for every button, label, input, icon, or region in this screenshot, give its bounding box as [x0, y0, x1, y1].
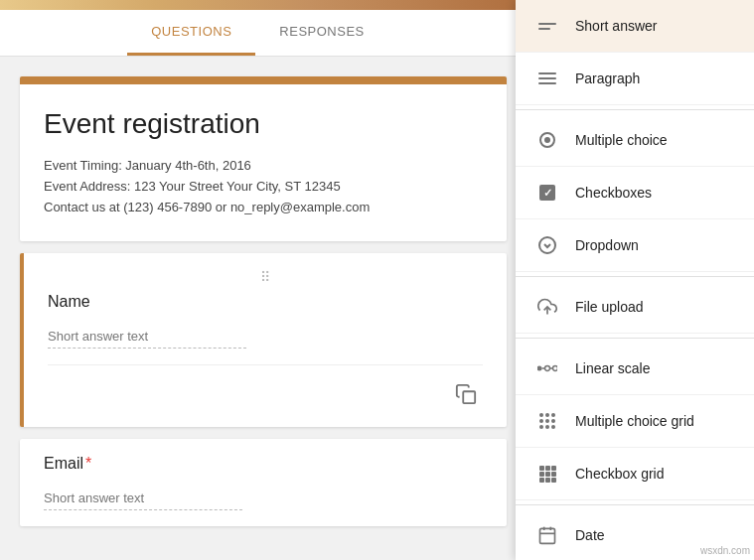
- multiple-choice-label: Multiple choice: [575, 132, 668, 148]
- top-bar: [0, 0, 516, 10]
- svg-point-11: [539, 419, 543, 423]
- svg-rect-18: [545, 466, 550, 471]
- svg-point-8: [539, 413, 543, 417]
- svg-point-4: [545, 366, 550, 371]
- name-question-title: Name: [48, 293, 483, 311]
- svg-rect-22: [551, 472, 556, 477]
- linear-scale-icon: [535, 356, 559, 380]
- dropdown-item-cb-grid[interactable]: Checkbox grid: [516, 448, 754, 500]
- watermark: wsxdn.com: [700, 545, 750, 556]
- dropdown-item-mc-grid[interactable]: Multiple choice grid: [516, 395, 754, 448]
- svg-rect-21: [545, 472, 550, 477]
- file-upload-label: File upload: [575, 299, 644, 315]
- required-star: *: [85, 455, 91, 472]
- email-question-card: Email*: [20, 439, 507, 526]
- svg-rect-17: [539, 466, 544, 471]
- form-description: Event Timing: January 4th-6th, 2016 Even…: [44, 156, 483, 217]
- tabs-bar: QUESTIONS RESPONSES: [0, 10, 516, 57]
- svg-point-14: [539, 425, 543, 429]
- svg-rect-19: [551, 466, 556, 471]
- short-answer-label: Short answer: [575, 18, 657, 34]
- svg-point-1: [539, 237, 555, 253]
- email-question-title: Email*: [44, 455, 483, 473]
- dropdown-item-short-answer[interactable]: Short answer: [516, 0, 754, 53]
- divider-1: [516, 109, 754, 110]
- email-answer-input[interactable]: [44, 490, 242, 510]
- drag-handle[interactable]: ⠿: [48, 269, 483, 285]
- page-wrapper: QUESTIONS RESPONSES Event registration E…: [0, 0, 754, 560]
- multiple-choice-icon: [535, 128, 559, 152]
- date-label: Date: [575, 527, 605, 543]
- dropdown-item-file-upload[interactable]: File upload: [516, 281, 754, 334]
- short-answer-icon: [535, 14, 559, 38]
- divider-3: [516, 338, 754, 339]
- svg-rect-20: [539, 472, 544, 477]
- svg-point-16: [551, 425, 555, 429]
- dropdown-item-checkboxes[interactable]: Checkboxes: [516, 167, 754, 219]
- checkboxes-label: Checkboxes: [575, 185, 652, 201]
- dropdown-label: Dropdown: [575, 237, 639, 253]
- dropdown-item-dropdown[interactable]: Dropdown: [516, 219, 754, 272]
- name-answer-input[interactable]: [48, 329, 246, 349]
- left-section: QUESTIONS RESPONSES Event registration E…: [0, 0, 516, 560]
- divider-4: [516, 504, 754, 505]
- date-icon: [535, 523, 559, 547]
- form-header-card: Event registration Event Timing: January…: [20, 76, 507, 241]
- question-type-dropdown: Short answer Paragraph Multiple choice: [516, 0, 754, 560]
- svg-rect-24: [545, 478, 550, 483]
- svg-rect-26: [540, 528, 555, 543]
- checkboxes-icon: [535, 181, 559, 205]
- svg-rect-23: [539, 478, 544, 483]
- copy-button[interactable]: [449, 377, 483, 411]
- copy-icon: [455, 383, 477, 405]
- svg-point-3: [537, 366, 542, 371]
- form-title: Event registration: [44, 108, 483, 140]
- svg-point-15: [545, 425, 549, 429]
- cb-grid-icon: [535, 462, 559, 486]
- main-content: Event registration Event Timing: January…: [0, 57, 527, 557]
- svg-rect-0: [463, 392, 475, 404]
- mc-grid-icon: [535, 409, 559, 433]
- svg-point-9: [545, 413, 549, 417]
- card-actions: [48, 364, 483, 411]
- mc-grid-label: Multiple choice grid: [575, 413, 694, 429]
- name-question-card: ⠿ Name: [20, 253, 507, 427]
- dropdown-item-paragraph[interactable]: Paragraph: [516, 53, 754, 105]
- svg-point-5: [553, 366, 558, 371]
- file-upload-icon: [535, 295, 559, 319]
- tab-responses[interactable]: RESPONSES: [255, 10, 387, 56]
- linear-scale-label: Linear scale: [575, 360, 651, 376]
- paragraph-label: Paragraph: [575, 70, 640, 86]
- dropdown-type-icon: [535, 233, 559, 257]
- svg-point-13: [551, 419, 555, 423]
- tab-questions[interactable]: QUESTIONS: [127, 10, 255, 56]
- divider-2: [516, 276, 754, 277]
- cb-grid-label: Checkbox grid: [575, 466, 665, 482]
- svg-point-10: [551, 413, 555, 417]
- dropdown-item-linear-scale[interactable]: Linear scale: [516, 343, 754, 395]
- svg-point-12: [545, 419, 549, 423]
- paragraph-icon: [535, 67, 559, 90]
- svg-rect-25: [551, 478, 556, 483]
- dropdown-item-multiple-choice[interactable]: Multiple choice: [516, 114, 754, 167]
